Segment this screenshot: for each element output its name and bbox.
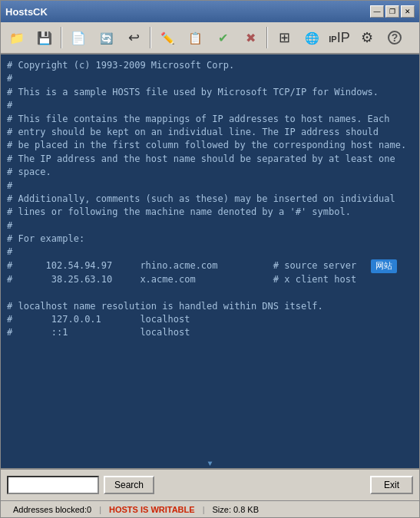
paste-icon xyxy=(188,30,203,46)
settings-icon xyxy=(361,29,373,46)
cancel-icon xyxy=(246,30,256,46)
search-input[interactable] xyxy=(7,476,99,494)
windows-button[interactable] xyxy=(271,25,297,51)
searchbar: Search Exit xyxy=(1,468,419,500)
writable-status: HOSTS IS WRITABLE xyxy=(103,505,201,514)
restore-button[interactable]: ❐ xyxy=(385,5,399,18)
help-button[interactable]: ? xyxy=(382,25,408,51)
open-button[interactable] xyxy=(4,25,30,51)
toolbar-separator-1 xyxy=(61,27,62,48)
save-button[interactable] xyxy=(31,25,58,51)
close-button[interactable]: ✕ xyxy=(401,5,415,18)
windows-icon xyxy=(279,29,290,46)
reload-button[interactable] xyxy=(93,25,119,51)
exit-button[interactable]: Exit xyxy=(370,476,413,494)
hosts-content: # Copyright (c) 1993-2009 Microsoft Corp… xyxy=(7,59,413,340)
titlebar: HostsCK — ❐ ✕ xyxy=(1,1,419,22)
main-window: HostsCK — ❐ ✕ xyxy=(0,0,420,518)
scroll-indicator xyxy=(1,460,419,468)
toolbar-separator-3 xyxy=(266,27,268,48)
folder-icon xyxy=(9,30,25,46)
back-icon xyxy=(128,29,140,46)
network-icon xyxy=(305,30,319,46)
edit-icon xyxy=(160,30,175,46)
new-icon xyxy=(71,30,86,46)
window-controls: — ❐ ✕ xyxy=(370,5,415,18)
paste-button[interactable] xyxy=(182,25,208,51)
ip-icon: IP xyxy=(329,30,349,46)
website-badge: 网站 xyxy=(371,259,397,273)
new-button[interactable] xyxy=(65,25,91,51)
reload-icon xyxy=(100,30,113,46)
status-separator-1: | xyxy=(98,505,103,514)
window-title: HostsCK xyxy=(5,6,48,18)
minimize-button[interactable]: — xyxy=(370,5,384,18)
content-area[interactable]: # Copyright (c) 1993-2009 Microsoft Corp… xyxy=(1,54,419,460)
toolbar: IP ? xyxy=(1,22,419,54)
check-button[interactable] xyxy=(210,25,236,51)
help-icon: ? xyxy=(388,31,402,45)
addresses-blocked-label: Addresses blocked:0 xyxy=(7,505,98,514)
network-button[interactable] xyxy=(299,25,325,51)
cancel-remove-button[interactable] xyxy=(237,25,263,51)
save-icon xyxy=(37,30,52,46)
status-separator-2: | xyxy=(201,505,207,514)
size-label: Size: 0.8 KB xyxy=(206,505,265,514)
edit-button[interactable] xyxy=(154,25,180,51)
check-icon xyxy=(218,30,228,46)
statusbar: Addresses blocked:0 | HOSTS IS WRITABLE … xyxy=(1,500,419,517)
search-button[interactable]: Search xyxy=(104,476,154,494)
back-button[interactable] xyxy=(121,25,147,51)
settings-button[interactable] xyxy=(354,25,380,51)
toolbar-separator-2 xyxy=(150,27,151,48)
ip-button[interactable]: IP xyxy=(326,25,352,51)
